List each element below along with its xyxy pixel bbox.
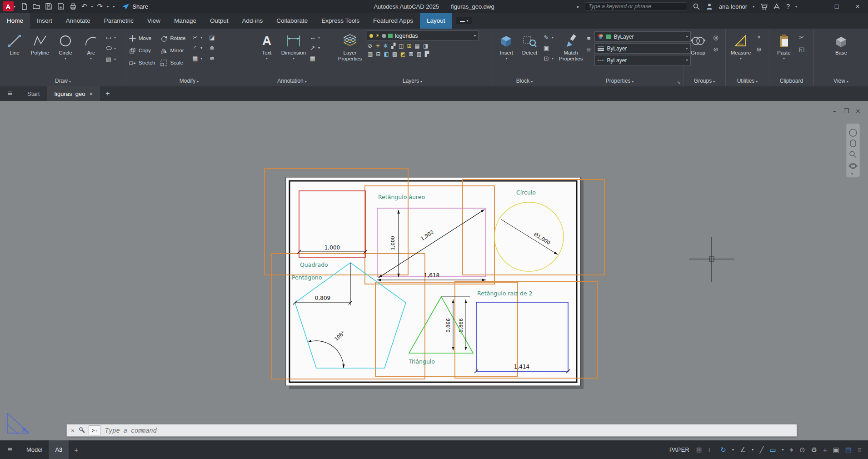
search-icon[interactable]	[693, 3, 700, 10]
table-icon[interactable]: ▦	[309, 54, 317, 62]
customization-menu-icon[interactable]: ≡	[858, 446, 862, 454]
layer-tool-icon[interactable]: ▤	[415, 43, 420, 49]
status-menu-icon[interactable]: ≡	[0, 445, 20, 454]
layer-tool-icon[interactable]: ⊠	[409, 51, 413, 57]
ribbon-tab-view[interactable]: View	[140, 13, 167, 29]
undo-icon[interactable]: ↶	[81, 2, 87, 10]
polyline-button[interactable]: Polyline	[28, 30, 52, 77]
undo-caret-icon[interactable]: ▾	[91, 5, 93, 9]
logo-caret-icon[interactable]: ▾	[14, 5, 15, 9]
hatch-tool-icon[interactable]: ▨	[105, 55, 113, 63]
layer-tool-icon[interactable]: ▛	[425, 51, 429, 57]
close-button[interactable]: ×	[847, 0, 868, 13]
new-drawing-tab-button[interactable]: +	[100, 86, 115, 101]
viewport-window-controls[interactable]: – ❐ ×	[833, 107, 861, 115]
ribbon-tab-insert[interactable]: Insert	[30, 13, 59, 29]
panel-label-utilities[interactable]: Utilities▾	[726, 77, 769, 86]
trim-icon[interactable]: ✂	[191, 33, 199, 41]
open-folder-icon[interactable]	[32, 2, 40, 10]
command-line[interactable]: × > ▾	[66, 424, 797, 437]
dynamic-ucs-icon[interactable]: ⊙	[799, 446, 805, 454]
isodraft-icon[interactable]: ∠	[740, 446, 746, 454]
search-expand-icon[interactable]: ▸	[577, 4, 579, 10]
ortho-mode-icon[interactable]: ∟	[708, 446, 715, 454]
layer-tool-icon[interactable]: ◨	[423, 43, 428, 49]
line-button[interactable]: Line	[3, 30, 26, 77]
properties-dialog-launcher-icon[interactable]: ⇘	[677, 80, 681, 85]
file-tab-close-icon[interactable]: ×	[89, 90, 93, 97]
panel-label-annotation[interactable]: Annotation▾	[252, 77, 332, 86]
mirror-button[interactable]: Mirror	[160, 45, 185, 55]
leader-icon[interactable]: ↗	[309, 44, 317, 52]
measure-button[interactable]: Measure ▾	[728, 30, 753, 77]
navbar-caret-icon[interactable]: ▾	[851, 172, 853, 176]
layer-tool-icon[interactable]: ☀	[375, 43, 380, 49]
trim-caret-icon[interactable]: ▾	[200, 35, 202, 40]
insert-button[interactable]: Insert ▾	[496, 30, 517, 77]
viewport-close-icon[interactable]: ×	[855, 107, 861, 115]
file-tab-start[interactable]: Start	[20, 86, 47, 101]
object-snap-icon[interactable]: ╱	[759, 446, 763, 454]
block-editor-icon[interactable]: ▣	[542, 44, 550, 52]
panel-label-modify[interactable]: Modify▾	[126, 77, 252, 86]
settings-gear-icon[interactable]: ⚙	[811, 446, 817, 454]
selection-caret-icon[interactable]: ▾	[782, 448, 784, 452]
copy-button[interactable]: Copy	[129, 45, 155, 55]
text-button[interactable]: A Text ▾	[255, 30, 279, 77]
ribbon-tab-featured-apps[interactable]: Featured Apps	[366, 13, 420, 29]
navigation-bar[interactable]: ▾	[846, 124, 860, 177]
ellipse-tool-icon[interactable]	[105, 44, 113, 52]
file-tabs-menu-icon[interactable]: ≡	[0, 86, 20, 101]
isodraft-caret-icon[interactable]: ▾	[752, 448, 753, 452]
fillet-icon[interactable]: ◜	[191, 44, 199, 52]
circle-button[interactable]: Circle ▾	[54, 30, 77, 77]
save-as-icon[interactable]	[57, 2, 65, 10]
polar-tracking-icon[interactable]: ↻	[720, 446, 726, 454]
attrib-sync-caret-icon[interactable]: ▾	[552, 56, 554, 60]
layer-tool-icon[interactable]: ▞	[391, 43, 395, 49]
layer-tool-icon[interactable]: ▩	[392, 51, 397, 57]
detect-button[interactable]: Detect	[519, 30, 540, 77]
help-caret-icon[interactable]: ▾	[795, 5, 797, 9]
search-input[interactable]	[585, 2, 687, 11]
autodesk-access-icon[interactable]	[773, 3, 781, 10]
layer-tool-icon[interactable]: ⊘	[368, 43, 372, 49]
ribbon-tab-annotate[interactable]: Annotate	[59, 13, 97, 29]
stretch-button[interactable]: Stretch	[129, 58, 155, 68]
layout-viewport-svg[interactable]: – ❐ × ▾ 1,000 Quadrado Retângul	[0, 101, 868, 440]
layer-properties-button[interactable]: Layer Properties	[335, 30, 365, 77]
panel-label-view[interactable]: View▾	[814, 77, 868, 86]
annotation-scale-icon[interactable]: +	[823, 446, 827, 454]
group-button[interactable]: Group	[686, 30, 710, 77]
share-button[interactable]: Share	[122, 3, 148, 10]
erase-icon[interactable]: ◪	[208, 33, 216, 41]
paper-space-indicator[interactable]: PAPER	[669, 447, 689, 453]
linear-dim-icon[interactable]: ↔	[309, 33, 317, 41]
ribbon-display-toggle[interactable]: ▬ ▾	[456, 17, 472, 24]
properties-list-icon[interactable]: ≡	[584, 34, 593, 42]
ribbon-tab-collaborate[interactable]: Collaborate	[269, 13, 314, 29]
hatch-caret-icon[interactable]: ▾	[114, 57, 116, 61]
scale-button[interactable]: Scale	[160, 58, 185, 68]
help-icon[interactable]: ?	[786, 3, 790, 10]
linetype-select[interactable]: ByLayer ▾	[594, 55, 691, 65]
file-tab-figuras-geo[interactable]: figuras_geo ×	[47, 86, 100, 101]
ribbon-tab-home[interactable]: Home	[0, 13, 30, 29]
panel-label-block[interactable]: Block▾	[493, 77, 556, 86]
attrib-caret-icon[interactable]: ▾	[552, 35, 554, 40]
ribbon-tab-express-tools[interactable]: Express Tools	[314, 13, 366, 29]
edit-attributes-icon[interactable]: ✎	[542, 33, 550, 41]
arc-button[interactable]: Arc ▾	[79, 30, 103, 77]
minimize-button[interactable]: –	[805, 0, 826, 13]
redo-caret-icon[interactable]: ▾	[107, 5, 109, 9]
display-icon[interactable]: ▤	[845, 446, 852, 454]
rectangle-tool-icon[interactable]: ▭	[105, 33, 113, 41]
panel-label-groups[interactable]: Groups▾	[683, 77, 725, 86]
linear-dim-caret-icon[interactable]: ▾	[318, 35, 320, 40]
autocad-logo-icon[interactable]: A	[3, 1, 14, 11]
command-customize-wrench-icon[interactable]	[79, 427, 86, 434]
ribbon-tab-parametric[interactable]: Parametric	[97, 13, 140, 29]
panel-label-properties[interactable]: Properties▾	[556, 77, 683, 86]
viewport-minimize-icon[interactable]: –	[833, 107, 836, 115]
maximize-button[interactable]: □	[826, 0, 847, 13]
